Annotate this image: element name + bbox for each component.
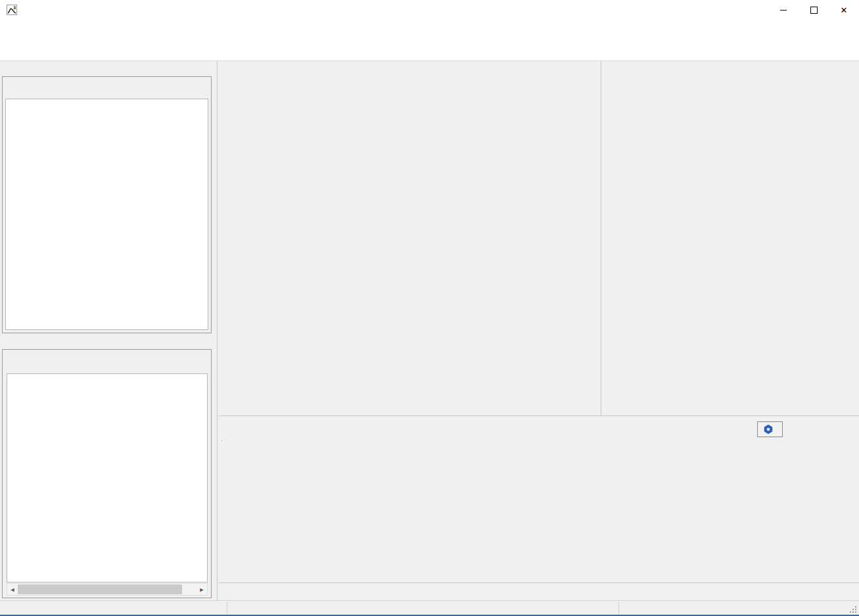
dataset-table[interactable] <box>5 99 208 330</box>
genx-window: 3 ✕ ◄ ► <box>0 0 859 616</box>
data-panel <box>2 76 212 333</box>
splitter-plots[interactable] <box>601 61 601 415</box>
status-bar <box>0 600 859 615</box>
reflectivity-plot <box>219 61 599 396</box>
materials-hscrollbar[interactable]: ◄ ► <box>7 583 208 596</box>
status-separator <box>227 602 227 614</box>
app-icon: 3 <box>7 5 17 15</box>
materials-table[interactable] <box>7 373 208 582</box>
model-panel-edge <box>219 582 859 583</box>
maximize-button[interactable] <box>799 0 829 20</box>
splitter-model[interactable] <box>219 415 859 416</box>
close-button[interactable]: ✕ <box>829 0 859 20</box>
scrollbar-thumb[interactable] <box>18 584 182 594</box>
scroll-left-icon[interactable]: ◄ <box>7 584 18 594</box>
materials-panel: ◄ ► <box>2 349 212 598</box>
close-icon: ✕ <box>841 6 848 14</box>
minimize-button[interactable] <box>768 0 799 20</box>
layer-stack-table[interactable] <box>221 440 222 441</box>
main-toolbar <box>0 34 859 61</box>
maximize-icon <box>810 7 818 14</box>
minimize-icon <box>780 10 787 11</box>
scroll-right-icon[interactable]: ► <box>197 584 207 594</box>
status-separator <box>618 602 619 614</box>
nut-icon <box>763 424 774 435</box>
sld-plot <box>603 61 859 396</box>
advanced-modelling-button[interactable] <box>757 421 783 437</box>
resize-grip[interactable] <box>848 605 858 614</box>
splitter-left[interactable] <box>217 61 218 600</box>
menu-bar <box>0 20 859 34</box>
svg-text:3: 3 <box>13 5 16 10</box>
title-bar: 3 ✕ <box>0 0 859 20</box>
